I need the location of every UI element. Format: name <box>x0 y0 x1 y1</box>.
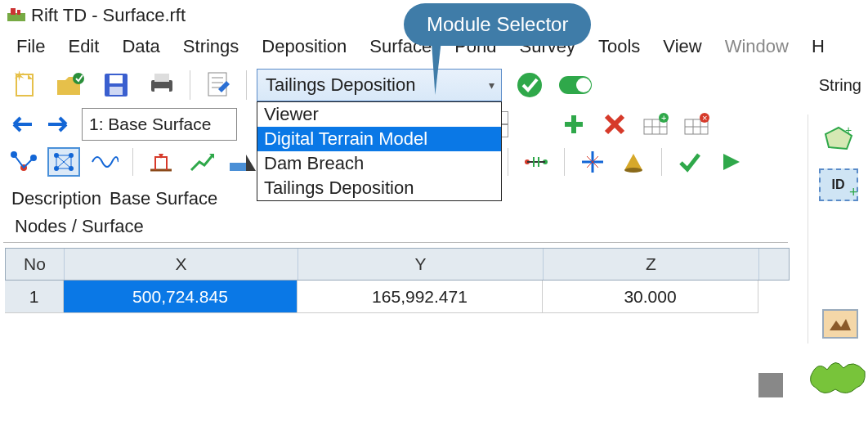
module-selector[interactable]: Tailings Deposition ▾ Viewer Digital Ter… <box>257 69 502 101</box>
svg-point-19 <box>576 78 591 92</box>
table-row[interactable]: 1 500,724.845 165,992.471 30.000 <box>5 281 790 313</box>
surface-terrain-icon[interactable] <box>822 309 858 339</box>
cone-icon[interactable] <box>617 147 650 177</box>
callout-bubble: Module Selector <box>404 3 591 46</box>
print-icon[interactable] <box>144 69 180 101</box>
svg-point-47 <box>624 168 642 173</box>
check-icon[interactable] <box>673 147 706 177</box>
grid-delete-icon[interactable]: × <box>680 110 713 139</box>
new-file-icon[interactable]: ✶ <box>7 69 43 101</box>
svg-rect-12 <box>154 88 169 97</box>
svg-point-6 <box>73 73 84 84</box>
cell-y[interactable]: 165,992.471 <box>298 281 543 313</box>
chevron-down-icon: ▾ <box>489 79 494 92</box>
module-option-viewer[interactable]: Viewer <box>257 102 501 127</box>
grid-scroll-handle[interactable] <box>758 373 783 397</box>
svg-rect-1 <box>11 8 16 15</box>
strings-panel-label: String <box>819 76 861 95</box>
col-header-z[interactable]: Z <box>544 249 759 280</box>
level-icon[interactable] <box>145 147 177 177</box>
module-option-dam-breach[interactable]: Dam Breach <box>257 151 501 176</box>
check-circle-icon[interactable] <box>512 69 548 101</box>
open-folder-icon[interactable] <box>52 69 88 101</box>
data-grid: No X Y Z 1 500,724.845 165,992.471 30.00… <box>5 248 790 313</box>
module-option-dtm[interactable]: Digital Terrain Model <box>257 127 501 151</box>
save-icon[interactable] <box>98 69 134 101</box>
menu-window[interactable]: Window <box>714 33 800 61</box>
svg-rect-2 <box>17 10 20 15</box>
separator-icon <box>246 70 247 100</box>
menu-help[interactable]: H <box>800 33 836 61</box>
svg-marker-48 <box>723 154 740 170</box>
col-header-y[interactable]: Y <box>298 249 544 280</box>
waveform-icon[interactable] <box>88 147 121 177</box>
snap-grid-icon[interactable] <box>47 147 80 177</box>
svg-point-17 <box>517 73 542 97</box>
app-icon <box>7 7 26 24</box>
separator-icon <box>132 148 133 176</box>
plus-icon[interactable] <box>557 110 590 139</box>
menu-edit[interactable]: Edit <box>56 33 110 61</box>
module-selected-text: Tailings Deposition <box>266 74 415 96</box>
separator-icon <box>564 148 565 176</box>
col-header-x[interactable]: X <box>65 249 298 280</box>
svg-text:✶: ✶ <box>13 71 25 84</box>
svg-rect-0 <box>7 13 25 21</box>
dam-icon[interactable] <box>226 147 259 177</box>
description-value: Base Surface <box>110 188 217 209</box>
play-icon[interactable] <box>714 147 747 177</box>
connector-icon[interactable] <box>520 147 553 177</box>
svg-marker-43 <box>246 155 256 171</box>
polyline-icon[interactable] <box>7 147 39 177</box>
surface-selector[interactable]: 1: Base Surface <box>82 108 237 141</box>
separator-icon <box>508 148 508 176</box>
cell-no[interactable]: 1 <box>5 281 64 313</box>
toggle-on-icon[interactable] <box>557 69 593 101</box>
description-label: Description <box>11 188 101 209</box>
svg-rect-42 <box>230 163 246 171</box>
grid-add-icon[interactable]: + <box>639 110 672 139</box>
separator-icon <box>190 70 190 100</box>
col-header-no[interactable]: No <box>6 249 65 280</box>
tab-nodes-surface[interactable]: Nodes / Surface <box>3 213 788 243</box>
window-title: Rift TD - Surface.rft <box>31 5 186 26</box>
x-delete-icon[interactable] <box>598 110 631 139</box>
svg-rect-8 <box>110 75 123 83</box>
axis-snap-icon[interactable] <box>576 147 609 177</box>
terrain-swatch-icon <box>808 352 868 401</box>
menu-strings[interactable]: Strings <box>172 33 250 61</box>
module-option-tailings[interactable]: Tailings Deposition <box>257 176 501 200</box>
trend-up-icon[interactable] <box>186 147 218 177</box>
shape-poly-icon[interactable]: + <box>819 123 858 155</box>
surface-selected-text: 1: Base Surface <box>89 114 211 134</box>
id-badge-icon[interactable]: ID+ <box>819 168 858 201</box>
svg-rect-11 <box>154 74 169 82</box>
back-arrow-icon[interactable] <box>7 110 36 139</box>
separator-icon <box>661 148 662 176</box>
svg-text:+: + <box>845 124 852 137</box>
forward-arrow-icon[interactable] <box>44 110 74 139</box>
menu-tools[interactable]: Tools <box>587 33 651 61</box>
menu-view[interactable]: View <box>651 33 713 61</box>
grid-header: No X Y Z <box>5 248 790 281</box>
cell-z[interactable]: 30.000 <box>543 281 758 313</box>
svg-text:×: × <box>702 113 707 123</box>
svg-marker-51 <box>830 319 851 330</box>
edit-note-icon[interactable] <box>200 69 236 101</box>
menu-deposition[interactable]: Deposition <box>250 33 358 61</box>
svg-rect-9 <box>110 87 123 95</box>
module-dropdown: Viewer Digital Terrain Model Dam Breach … <box>257 101 502 201</box>
cell-x[interactable]: 500,724.845 <box>64 281 298 313</box>
menu-data[interactable]: Data <box>110 33 171 61</box>
menu-file[interactable]: File <box>5 33 56 61</box>
svg-text:+: + <box>661 113 666 123</box>
